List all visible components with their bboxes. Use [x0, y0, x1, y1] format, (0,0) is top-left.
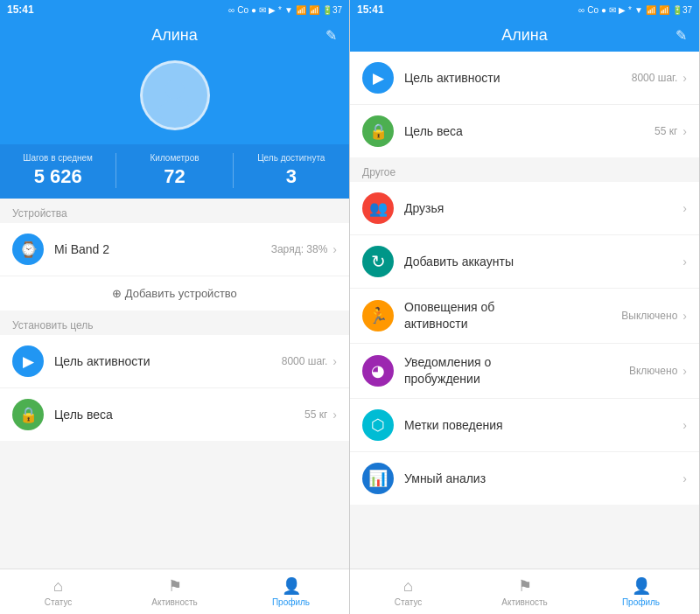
top-goals-card: ▶ Цель активности 8000 шаг. › 🔒 Цель вес…: [350, 52, 699, 157]
nav-profile-icon-left: 👤: [282, 576, 301, 596]
smart-analysis-icon: 📊: [362, 463, 394, 494]
mi-band-value: Заряд: 38%: [271, 243, 328, 255]
nav-status-left[interactable]: ⌂ Статус: [0, 569, 116, 614]
goal-weight-right-icon: 🔒: [362, 115, 394, 147]
devices-card: ⌚ Mi Band 2 Заряд: 38% ›: [0, 223, 349, 276]
goal-weight-value: 55 кг: [304, 408, 327, 421]
friends-item[interactable]: 👥 Друзья ›: [350, 182, 699, 235]
goal-activity-right-chevron: ›: [682, 71, 687, 85]
goal-activity-chevron: ›: [332, 354, 337, 368]
wake-notif-chevron: ›: [682, 364, 687, 378]
time-left: 15:41: [7, 3, 34, 16]
time-right: 15:41: [357, 3, 384, 16]
mi-band-label: Mi Band 2: [54, 242, 271, 256]
status-icons-left: ∞ Co ● ✉ ▶ * ▼ 📶 📶 🔋37: [228, 5, 342, 15]
nav-profile-icon-right: 👤: [632, 576, 651, 596]
stat-km-label: Километров: [116, 153, 232, 164]
stat-km-value: 72: [116, 165, 232, 188]
mi-band-chevron: ›: [332, 242, 337, 256]
stat-km: Километров 72: [116, 153, 233, 188]
activity-notif-label: Оповещения обактивности: [404, 299, 621, 332]
status-icons-right: ∞ Co ● ✉ ▶ * ▼ 📶 📶 🔋37: [578, 5, 692, 15]
goals-section-title: Установить цель: [0, 310, 349, 335]
nav-profile-right[interactable]: 👤 Профиль: [583, 569, 699, 614]
status-bar-right: 15:41 ∞ Co ● ✉ ▶ * ▼ 📶 📶 🔋37: [350, 0, 699, 19]
nav-activity-label-right: Активность: [501, 597, 548, 607]
behavior-tags-icon: ⬡: [362, 409, 394, 441]
activity-notif-item[interactable]: 🏃 Оповещения обактивности Выключено ›: [350, 289, 699, 344]
svg-point-1: [158, 101, 191, 120]
bottom-nav-right: ⌂ Статус ⚑ Активность 👤 Профиль: [350, 569, 699, 614]
header-title-left: Алина: [151, 26, 198, 45]
add-accounts-chevron: ›: [682, 255, 687, 269]
add-accounts-label: Добавить аккаунты: [404, 255, 682, 269]
other-section-title: Другое: [350, 157, 699, 182]
wake-notif-value: Включено: [629, 365, 677, 377]
other-card: 👥 Друзья › ↻ Добавить аккаунты › 🏃 Опове…: [350, 182, 699, 505]
right-phone: 15:41 ∞ Co ● ✉ ▶ * ▼ 📶 📶 🔋37 Алина ✎ ▶ Ц…: [350, 0, 700, 614]
goal-activity-value: 8000 шаг.: [282, 355, 328, 367]
edit-button-left[interactable]: ✎: [326, 27, 337, 44]
goal-activity-label: Цель активности: [54, 354, 282, 368]
goal-weight-item[interactable]: 🔒 Цель веса 55 кг ›: [0, 388, 349, 441]
devices-section-title: Устройства: [0, 199, 349, 223]
goal-activity-right-item[interactable]: ▶ Цель активности 8000 шаг. ›: [350, 52, 699, 105]
mi-band-item[interactable]: ⌚ Mi Band 2 Заряд: 38% ›: [0, 223, 349, 276]
activity-notif-value: Выключено: [621, 310, 677, 322]
smart-analysis-label: Умный анализ: [404, 471, 682, 485]
nav-activity-right[interactable]: ⚑ Активность: [466, 569, 583, 614]
wake-notif-icon: ◕: [362, 355, 394, 387]
stats-bar: Шагов в среднем 5 626 Километров 72 Цель…: [0, 144, 349, 199]
nav-status-label-left: Статус: [45, 597, 73, 607]
friends-label: Друзья: [404, 201, 677, 215]
nav-profile-left[interactable]: 👤 Профиль: [233, 569, 349, 614]
svg-point-0: [165, 80, 185, 99]
goal-weight-chevron: ›: [332, 408, 337, 422]
nav-status-icon-left: ⌂: [53, 577, 63, 596]
nav-activity-icon-left: ⚑: [168, 576, 182, 596]
goal-activity-item[interactable]: ▶ Цель активности 8000 шаг. ›: [0, 335, 349, 388]
add-accounts-icon: ↻: [362, 246, 394, 277]
goal-weight-right-value: 55 кг: [654, 125, 677, 137]
nav-status-right[interactable]: ⌂ Статус: [350, 569, 466, 614]
behavior-tags-item[interactable]: ⬡ Метки поведения ›: [350, 399, 699, 452]
nav-status-label-right: Статус: [395, 597, 423, 607]
header-title-right: Алина: [501, 26, 548, 45]
behavior-tags-label: Метки поведения: [404, 418, 682, 432]
stat-goal-value: 3: [234, 165, 349, 188]
scroll-area-right: ▶ Цель активности 8000 шаг. › 🔒 Цель вес…: [350, 52, 699, 569]
stat-steps: Шагов в среднем 5 626: [0, 153, 116, 188]
stat-steps-value: 5 626: [0, 165, 116, 188]
goal-activity-icon: ▶: [12, 345, 44, 377]
stat-steps-label: Шагов в среднем: [0, 153, 116, 164]
avatar[interactable]: [140, 60, 210, 130]
wake-notif-label: Уведомления опробуждении: [404, 354, 629, 387]
avatar-icon: [150, 72, 199, 120]
nav-profile-label-left: Профиль: [272, 597, 310, 607]
edit-button-right[interactable]: ✎: [676, 27, 687, 44]
header-right: Алина ✎: [350, 19, 699, 52]
left-phone: 15:41 ∞ Co ● ✉ ▶ * ▼ 📶 📶 🔋37 Алина ✎: [0, 0, 350, 614]
goal-activity-right-icon: ▶: [362, 62, 394, 94]
nav-activity-left[interactable]: ⚑ Активность: [116, 569, 233, 614]
friends-icon: 👥: [362, 192, 394, 224]
nav-profile-label-right: Профиль: [622, 597, 660, 607]
nav-status-icon-right: ⌂: [403, 577, 413, 596]
activity-notif-chevron: ›: [682, 309, 687, 323]
smart-analysis-item[interactable]: 📊 Умный анализ ›: [350, 452, 699, 505]
add-device-button[interactable]: ⊕ Добавить устройство: [0, 276, 349, 310]
activity-notif-icon: 🏃: [362, 300, 394, 331]
nav-activity-label-left: Активность: [151, 597, 198, 607]
smart-analysis-chevron: ›: [682, 471, 687, 485]
goal-activity-right-label: Цель активности: [404, 71, 632, 85]
scroll-area-left: Устройства ⌚ Mi Band 2 Заряд: 38% › ⊕ До…: [0, 199, 349, 569]
goal-activity-right-value: 8000 шаг.: [632, 72, 678, 84]
header-left: Алина ✎: [0, 19, 349, 52]
behavior-tags-chevron: ›: [682, 418, 687, 432]
goal-weight-icon: 🔒: [12, 399, 44, 430]
friends-chevron: ›: [682, 201, 687, 215]
add-accounts-item[interactable]: ↻ Добавить аккаунты ›: [350, 235, 699, 289]
wake-notif-item[interactable]: ◕ Уведомления опробуждении Включено ›: [350, 344, 699, 399]
nav-activity-icon-right: ⚑: [518, 576, 532, 596]
goal-weight-right-item[interactable]: 🔒 Цель веса 55 кг ›: [350, 105, 699, 157]
